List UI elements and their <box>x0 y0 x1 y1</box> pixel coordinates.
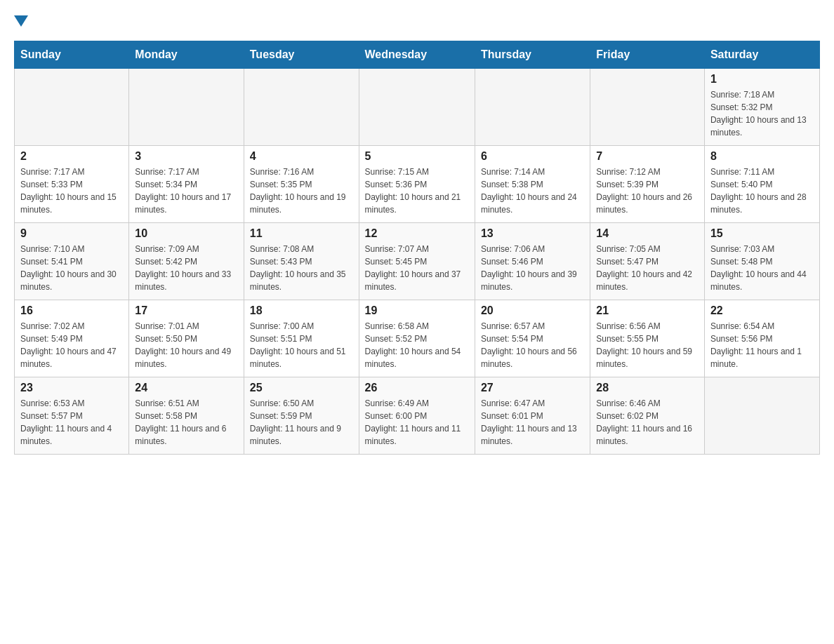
day-number: 18 <box>250 304 353 317</box>
day-info: Sunrise: 6:57 AM Sunset: 5:54 PM Dayligh… <box>481 320 584 370</box>
day-number: 25 <box>250 382 353 394</box>
calendar-cell: 23Sunrise: 6:53 AM Sunset: 5:57 PM Dayli… <box>15 377 129 455</box>
day-number: 8 <box>710 150 814 163</box>
day-number: 11 <box>250 227 353 240</box>
day-info: Sunrise: 6:46 AM Sunset: 6:02 PM Dayligh… <box>596 397 699 448</box>
calendar-cell: 16Sunrise: 7:02 AM Sunset: 5:49 PM Dayli… <box>15 300 129 377</box>
calendar-cell: 4Sunrise: 7:16 AM Sunset: 5:35 PM Daylig… <box>244 146 359 223</box>
day-number: 28 <box>596 382 699 394</box>
calendar-cell: 7Sunrise: 7:12 AM Sunset: 5:39 PM Daylig… <box>590 146 705 223</box>
calendar-week-row: 2Sunrise: 7:17 AM Sunset: 5:33 PM Daylig… <box>15 146 820 223</box>
day-info: Sunrise: 7:10 AM Sunset: 5:41 PM Dayligh… <box>20 243 123 293</box>
day-info: Sunrise: 7:06 AM Sunset: 5:46 PM Dayligh… <box>481 243 584 293</box>
calendar-cell: 20Sunrise: 6:57 AM Sunset: 5:54 PM Dayli… <box>475 300 590 377</box>
calendar-cell: 18Sunrise: 7:00 AM Sunset: 5:51 PM Dayli… <box>244 300 359 377</box>
calendar-cell <box>129 69 244 146</box>
calendar-cell: 5Sunrise: 7:15 AM Sunset: 5:36 PM Daylig… <box>359 146 475 223</box>
day-number: 15 <box>710 227 814 240</box>
day-number: 1 <box>710 73 814 86</box>
day-info: Sunrise: 7:14 AM Sunset: 5:38 PM Dayligh… <box>481 166 584 216</box>
day-info: Sunrise: 7:18 AM Sunset: 5:32 PM Dayligh… <box>710 88 814 139</box>
calendar-header-row: SundayMondayTuesdayWednesdayThursdayFrid… <box>15 41 820 69</box>
day-info: Sunrise: 6:58 AM Sunset: 5:52 PM Dayligh… <box>365 320 469 370</box>
day-number: 17 <box>135 304 237 317</box>
day-number: 13 <box>481 227 584 240</box>
calendar-week-row: 1Sunrise: 7:18 AM Sunset: 5:32 PM Daylig… <box>15 69 820 146</box>
logo-arrow-icon <box>14 15 28 27</box>
day-number: 21 <box>596 304 699 317</box>
day-info: Sunrise: 7:00 AM Sunset: 5:51 PM Dayligh… <box>250 320 353 370</box>
day-info: Sunrise: 6:56 AM Sunset: 5:55 PM Dayligh… <box>596 320 699 370</box>
calendar-cell: 27Sunrise: 6:47 AM Sunset: 6:01 PM Dayli… <box>475 377 590 455</box>
calendar-cell: 10Sunrise: 7:09 AM Sunset: 5:42 PM Dayli… <box>129 223 244 300</box>
day-number: 5 <box>365 150 469 163</box>
day-number: 19 <box>365 304 469 317</box>
day-info: Sunrise: 7:08 AM Sunset: 5:43 PM Dayligh… <box>250 243 353 293</box>
calendar-cell: 13Sunrise: 7:06 AM Sunset: 5:46 PM Dayli… <box>475 223 590 300</box>
calendar-cell: 6Sunrise: 7:14 AM Sunset: 5:38 PM Daylig… <box>475 146 590 223</box>
calendar-cell: 22Sunrise: 6:54 AM Sunset: 5:56 PM Dayli… <box>704 300 819 377</box>
calendar-cell: 21Sunrise: 6:56 AM Sunset: 5:55 PM Dayli… <box>590 300 705 377</box>
calendar-table: SundayMondayTuesdayWednesdayThursdayFrid… <box>14 41 820 455</box>
calendar-cell <box>704 377 819 455</box>
day-info: Sunrise: 7:03 AM Sunset: 5:48 PM Dayligh… <box>710 243 814 293</box>
day-number: 24 <box>135 382 237 394</box>
day-number: 22 <box>710 304 814 317</box>
page-header <box>14 14 820 27</box>
calendar-cell: 17Sunrise: 7:01 AM Sunset: 5:50 PM Dayli… <box>129 300 244 377</box>
day-of-week-header: Tuesday <box>244 41 359 69</box>
day-info: Sunrise: 6:54 AM Sunset: 5:56 PM Dayligh… <box>710 320 814 370</box>
day-number: 26 <box>365 382 469 394</box>
day-info: Sunrise: 7:07 AM Sunset: 5:45 PM Dayligh… <box>365 243 469 293</box>
day-info: Sunrise: 7:09 AM Sunset: 5:42 PM Dayligh… <box>135 243 237 293</box>
day-info: Sunrise: 6:49 AM Sunset: 6:00 PM Dayligh… <box>365 397 469 448</box>
day-info: Sunrise: 7:11 AM Sunset: 5:40 PM Dayligh… <box>710 166 814 216</box>
day-number: 2 <box>20 150 123 163</box>
calendar-cell: 3Sunrise: 7:17 AM Sunset: 5:34 PM Daylig… <box>129 146 244 223</box>
day-number: 27 <box>481 382 584 394</box>
calendar-week-row: 23Sunrise: 6:53 AM Sunset: 5:57 PM Dayli… <box>15 377 820 455</box>
day-of-week-header: Saturday <box>704 41 819 69</box>
day-number: 3 <box>135 150 237 163</box>
calendar-cell: 14Sunrise: 7:05 AM Sunset: 5:47 PM Dayli… <box>590 223 705 300</box>
calendar-cell: 1Sunrise: 7:18 AM Sunset: 5:32 PM Daylig… <box>704 69 819 146</box>
day-number: 12 <box>365 227 469 240</box>
day-number: 23 <box>20 382 123 394</box>
day-info: Sunrise: 7:17 AM Sunset: 5:34 PM Dayligh… <box>135 166 237 216</box>
calendar-cell: 15Sunrise: 7:03 AM Sunset: 5:48 PM Dayli… <box>704 223 819 300</box>
calendar-cell: 24Sunrise: 6:51 AM Sunset: 5:58 PM Dayli… <box>129 377 244 455</box>
day-number: 4 <box>250 150 353 163</box>
day-info: Sunrise: 6:47 AM Sunset: 6:01 PM Dayligh… <box>481 397 584 448</box>
day-info: Sunrise: 7:16 AM Sunset: 5:35 PM Dayligh… <box>250 166 353 216</box>
calendar-cell <box>590 69 705 146</box>
day-info: Sunrise: 6:53 AM Sunset: 5:57 PM Dayligh… <box>20 397 123 448</box>
calendar-cell: 11Sunrise: 7:08 AM Sunset: 5:43 PM Dayli… <box>244 223 359 300</box>
day-info: Sunrise: 7:15 AM Sunset: 5:36 PM Dayligh… <box>365 166 469 216</box>
calendar-cell: 19Sunrise: 6:58 AM Sunset: 5:52 PM Dayli… <box>359 300 475 377</box>
logo <box>14 14 28 27</box>
day-of-week-header: Friday <box>590 41 705 69</box>
day-info: Sunrise: 7:02 AM Sunset: 5:49 PM Dayligh… <box>20 320 123 370</box>
calendar-cell: 12Sunrise: 7:07 AM Sunset: 5:45 PM Dayli… <box>359 223 475 300</box>
day-of-week-header: Sunday <box>15 41 129 69</box>
day-number: 10 <box>135 227 237 240</box>
day-info: Sunrise: 7:12 AM Sunset: 5:39 PM Dayligh… <box>596 166 699 216</box>
day-info: Sunrise: 7:01 AM Sunset: 5:50 PM Dayligh… <box>135 320 237 370</box>
calendar-cell: 26Sunrise: 6:49 AM Sunset: 6:00 PM Dayli… <box>359 377 475 455</box>
calendar-cell: 8Sunrise: 7:11 AM Sunset: 5:40 PM Daylig… <box>704 146 819 223</box>
calendar-week-row: 9Sunrise: 7:10 AM Sunset: 5:41 PM Daylig… <box>15 223 820 300</box>
day-number: 16 <box>20 304 123 317</box>
day-of-week-header: Wednesday <box>359 41 475 69</box>
calendar-cell: 28Sunrise: 6:46 AM Sunset: 6:02 PM Dayli… <box>590 377 705 455</box>
day-of-week-header: Monday <box>129 41 244 69</box>
calendar-cell <box>475 69 590 146</box>
day-number: 6 <box>481 150 584 163</box>
calendar-cell: 9Sunrise: 7:10 AM Sunset: 5:41 PM Daylig… <box>15 223 129 300</box>
day-info: Sunrise: 6:51 AM Sunset: 5:58 PM Dayligh… <box>135 397 237 448</box>
day-number: 20 <box>481 304 584 317</box>
day-number: 14 <box>596 227 699 240</box>
day-number: 7 <box>596 150 699 163</box>
day-info: Sunrise: 7:05 AM Sunset: 5:47 PM Dayligh… <box>596 243 699 293</box>
day-number: 9 <box>20 227 123 240</box>
calendar-cell: 25Sunrise: 6:50 AM Sunset: 5:59 PM Dayli… <box>244 377 359 455</box>
